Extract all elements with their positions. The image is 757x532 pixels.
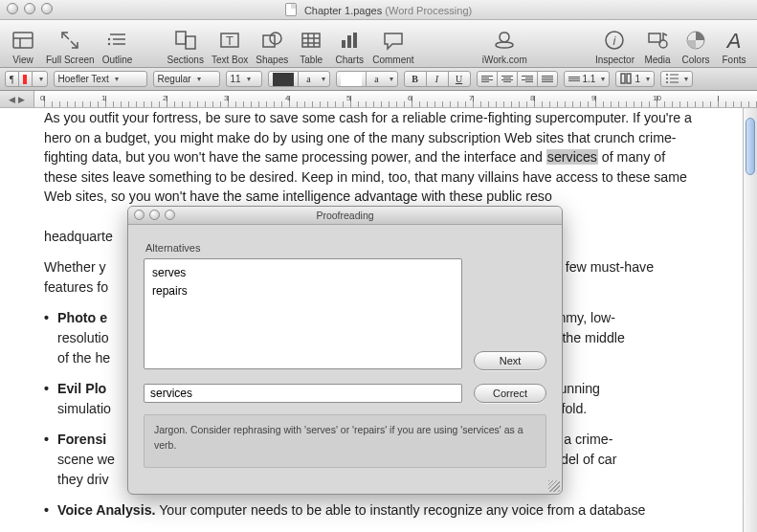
view-button[interactable]: View bbox=[6, 26, 40, 65]
minimize-window-button[interactable] bbox=[24, 3, 35, 14]
align-center-icon bbox=[501, 76, 513, 82]
resize-grip-icon[interactable] bbox=[548, 480, 560, 492]
word-input[interactable] bbox=[144, 384, 462, 403]
view-icon bbox=[8, 26, 38, 55]
alternatives-list[interactable]: serves repairs bbox=[144, 258, 462, 369]
inspector-button[interactable]: i Inspector bbox=[593, 26, 636, 65]
align-left-button[interactable] bbox=[477, 71, 498, 87]
ruler-number: 7 bbox=[469, 94, 473, 102]
next-button[interactable]: Next bbox=[474, 351, 546, 370]
line-spacing-select[interactable]: 1.1 bbox=[564, 71, 611, 87]
svg-point-35 bbox=[666, 81, 668, 83]
svg-rect-0 bbox=[13, 33, 33, 48]
horizontal-ruler[interactable]: ◀ ▶ 012345678910 bbox=[0, 91, 757, 108]
highlight-color-picker[interactable]: a bbox=[336, 71, 398, 87]
underline-button[interactable]: U bbox=[448, 71, 471, 87]
font-size-select[interactable]: 11 bbox=[226, 71, 262, 87]
window-titlebar: Chapter 1.pages (Word Processing) bbox=[0, 0, 757, 20]
align-justify-icon bbox=[542, 76, 553, 82]
columns-select[interactable]: 1 bbox=[615, 71, 655, 87]
svg-text:A: A bbox=[725, 29, 742, 53]
inspector-icon: i bbox=[595, 26, 635, 55]
comment-button[interactable]: Comment bbox=[370, 26, 415, 65]
list-icon bbox=[665, 73, 679, 86]
proofreading-panel: Proofreading Alternatives serves repairs… bbox=[127, 206, 563, 495]
svg-rect-21 bbox=[342, 40, 345, 48]
ruler-number: 10 bbox=[653, 94, 661, 102]
align-right-button[interactable] bbox=[517, 71, 538, 87]
svg-text:T: T bbox=[226, 33, 234, 48]
iwork-button[interactable]: iWork.com bbox=[480, 26, 529, 65]
svg-point-33 bbox=[666, 74, 668, 76]
table-button[interactable]: Table bbox=[294, 26, 328, 65]
svg-rect-32 bbox=[627, 74, 631, 83]
align-center-button[interactable] bbox=[497, 71, 518, 87]
panel-title-label: Proofreading bbox=[316, 210, 373, 221]
zoom-window-button[interactable] bbox=[41, 3, 53, 14]
vertical-scrollbar[interactable] bbox=[743, 108, 757, 532]
panel-titlebar[interactable]: Proofreading bbox=[128, 207, 562, 225]
alternative-item[interactable]: repairs bbox=[152, 282, 454, 300]
svg-text:i: i bbox=[613, 33, 617, 48]
textbox-button[interactable]: T Text Box bbox=[210, 26, 250, 65]
charts-icon bbox=[334, 26, 365, 55]
font-family-select[interactable]: Hoefler Text bbox=[54, 71, 147, 87]
correct-button[interactable]: Correct bbox=[474, 384, 546, 403]
svg-rect-10 bbox=[176, 32, 186, 44]
media-button[interactable]: Media bbox=[640, 26, 675, 65]
ruler-number: 1 bbox=[101, 94, 105, 102]
svg-point-8 bbox=[107, 38, 109, 40]
fullscreen-button[interactable]: Full Screen bbox=[44, 26, 97, 65]
ruler-number: 8 bbox=[530, 94, 534, 102]
outline-icon bbox=[102, 26, 133, 55]
window-title: Chapter 1.pages (Word Processing) bbox=[285, 3, 472, 16]
media-icon bbox=[642, 26, 673, 55]
italic-button[interactable]: I bbox=[426, 71, 449, 87]
align-justify-button[interactable] bbox=[537, 71, 558, 87]
list-style-select[interactable] bbox=[660, 71, 693, 87]
colors-icon bbox=[680, 26, 711, 55]
iwork-icon bbox=[482, 26, 527, 55]
alternative-item[interactable]: serves bbox=[152, 264, 454, 282]
paragraph-style-picker[interactable]: ¶ bbox=[5, 71, 48, 87]
shapes-button[interactable]: Shapes bbox=[254, 26, 290, 65]
panel-zoom-button[interactable] bbox=[165, 210, 175, 220]
textbox-icon: T bbox=[212, 26, 248, 55]
panel-minimize-button[interactable] bbox=[149, 210, 160, 220]
columns-icon bbox=[620, 73, 632, 86]
svg-point-9 bbox=[107, 43, 109, 45]
alternatives-label: Alternatives bbox=[145, 242, 462, 254]
line-spacing-icon bbox=[568, 77, 580, 81]
explanation-box: Jargon. Consider rephrasing with 'serves… bbox=[144, 414, 546, 468]
scroll-thumb[interactable] bbox=[746, 118, 755, 175]
ruler-number: 4 bbox=[285, 94, 289, 102]
alignment-group bbox=[477, 71, 558, 87]
font-style-select[interactable]: Regular bbox=[153, 71, 220, 87]
svg-point-28 bbox=[659, 40, 667, 48]
panel-close-button[interactable] bbox=[134, 210, 145, 220]
ruler-number: 6 bbox=[408, 94, 412, 102]
fonts-button[interactable]: A Fonts bbox=[717, 26, 751, 65]
sections-icon bbox=[167, 26, 204, 55]
format-bar: ¶ Hoefler Text Regular 11 a a B I U 1.1 … bbox=[0, 68, 757, 91]
svg-rect-14 bbox=[263, 35, 275, 47]
close-window-button[interactable] bbox=[7, 3, 18, 14]
ruler-corner: ◀ ▶ bbox=[0, 91, 34, 108]
list-item: Voice Analysis. Your computer needs to b… bbox=[57, 500, 699, 521]
fonts-icon: A bbox=[719, 26, 749, 55]
charts-button[interactable]: Charts bbox=[332, 26, 367, 65]
ruler-number: 3 bbox=[224, 94, 228, 102]
sections-button[interactable]: Sections bbox=[166, 26, 206, 65]
ruler-number: 9 bbox=[591, 94, 595, 102]
text-color-picker[interactable]: a bbox=[268, 71, 330, 87]
outline-button[interactable]: Outline bbox=[100, 26, 135, 65]
svg-rect-27 bbox=[649, 33, 660, 42]
bold-button[interactable]: B bbox=[404, 71, 427, 87]
comment-icon bbox=[372, 26, 413, 55]
flagged-word[interactable]: services bbox=[546, 149, 598, 165]
svg-point-15 bbox=[270, 33, 281, 44]
svg-line-3 bbox=[62, 33, 69, 39]
document-icon bbox=[285, 3, 297, 16]
colors-button[interactable]: Colors bbox=[679, 26, 713, 65]
align-right-icon bbox=[522, 76, 533, 82]
